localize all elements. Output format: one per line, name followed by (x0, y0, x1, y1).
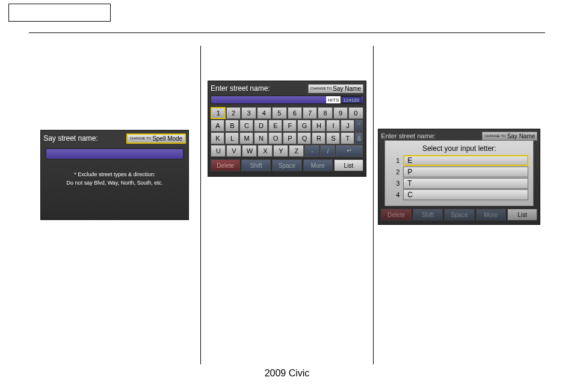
key-n[interactable]: N (254, 132, 268, 144)
horizontal-rule (29, 32, 545, 33)
delete-button[interactable]: Delete (211, 159, 240, 171)
option-row-2: 2 P (390, 167, 528, 177)
opt-num-1: 1 (390, 157, 403, 164)
key-slash[interactable]: / (320, 145, 335, 157)
list-button[interactable]: List (334, 159, 363, 171)
more-button-3[interactable]: More (476, 209, 506, 221)
key-1[interactable]: 1 (211, 107, 225, 119)
key-f[interactable]: F (283, 120, 297, 132)
key-z[interactable]: Z (289, 145, 304, 157)
key-amp[interactable]: & (355, 132, 363, 144)
key-4[interactable]: 4 (257, 107, 271, 119)
s2-input-bar[interactable]: HITS 114120 (211, 96, 363, 104)
key-t[interactable]: T (341, 132, 354, 144)
kb-row-3: K L M N O P Q R S T & (211, 132, 363, 144)
key-c[interactable]: C (239, 120, 253, 132)
key-h[interactable]: H (312, 120, 326, 132)
key-v[interactable]: V (226, 145, 241, 157)
say-name-button-3[interactable]: CHANGE TO Say Name (482, 132, 537, 141)
nav-screenshot-1: Say street name: CHANGE TO Spell Mode * … (40, 130, 189, 220)
opt-num-4: 4 (390, 191, 403, 198)
s3-btn-label: Say Name (507, 133, 535, 139)
nav-screenshot-2: Enter street name: CHANGE TO Say Name HI… (208, 81, 366, 177)
key-l[interactable]: L (225, 132, 239, 144)
opt-num-3: 3 (390, 180, 403, 187)
key-e[interactable]: E (268, 120, 282, 132)
option-row-1: 1 E (390, 155, 528, 166)
key-s[interactable]: S (326, 132, 340, 144)
input-letter-popup: Select your input letter: 1 E 2 P 3 T 4 … (384, 140, 534, 206)
key-8[interactable]: 8 (318, 107, 332, 119)
say-name-button[interactable]: CHANGE TO Say Name (308, 84, 363, 93)
s3-btn-small: CHANGE TO (484, 134, 505, 138)
more-button[interactable]: More (303, 159, 333, 171)
key-j[interactable]: J (341, 120, 354, 132)
s1-header: Say street name: CHANGE TO Spell Mode (41, 130, 188, 146)
kb-row-1: 1 2 3 4 5 6 7 8 9 0 (211, 106, 363, 119)
list-button-3[interactable]: List (507, 209, 537, 221)
s1-btn-label: Spell Mode (152, 135, 182, 142)
key-x[interactable]: X (258, 145, 273, 157)
s1-btn-small: CHANGE TO (130, 136, 151, 140)
key-b[interactable]: B (225, 120, 239, 132)
key-6[interactable]: 6 (288, 107, 302, 119)
key-enter[interactable]: ↵ (336, 145, 363, 157)
s3-title: Enter street name: (381, 132, 436, 139)
key-p[interactable]: P (283, 132, 297, 144)
key-dash[interactable]: - (304, 145, 319, 157)
key-3[interactable]: 3 (241, 107, 256, 119)
hits-indicator: HITS 114120 (326, 96, 362, 103)
opt-num-2: 2 (390, 168, 403, 176)
key-q[interactable]: Q (297, 132, 311, 144)
key-o[interactable]: O (268, 132, 282, 144)
s1-note-line2: Do not say Blvd, Way, North, South, etc. (41, 179, 188, 187)
key-a[interactable]: A (211, 120, 224, 132)
key-quote[interactable]: ' (355, 120, 363, 132)
option-p[interactable]: P (403, 167, 528, 177)
s1-note: * Exclude street types & direction: Do n… (41, 170, 188, 187)
space-button[interactable]: Space (272, 159, 301, 171)
columns: Say street name: CHANGE TO Spell Mode * … (29, 42, 545, 364)
key-g[interactable]: G (297, 120, 311, 132)
key-0[interactable]: 0 (348, 107, 363, 119)
option-e[interactable]: E (403, 155, 528, 166)
s2-btn-small: CHANGE TO (310, 87, 332, 90)
key-k[interactable]: K (211, 132, 224, 144)
key-m[interactable]: M (239, 132, 253, 144)
key-5[interactable]: 5 (272, 107, 286, 119)
popup-title: Select your input letter: (390, 144, 528, 153)
s2-btn-label: Say Name (333, 85, 361, 92)
s3-bottom-row: Delete Shift Space More List (381, 209, 537, 221)
s2-bottom-row: Delete Shift Space More List (211, 159, 363, 171)
option-c[interactable]: C (403, 189, 528, 200)
s2-title: Enter street name: (211, 84, 270, 93)
space-button-3[interactable]: Space (444, 209, 474, 221)
keyboard: 1 2 3 4 5 6 7 8 9 0 A B C D E F (211, 106, 363, 157)
s1-input-bar[interactable] (46, 149, 184, 159)
spell-mode-button[interactable]: CHANGE TO Spell Mode (126, 133, 186, 144)
kb-row-4: U V W X Y Z - / ↵ (211, 144, 363, 157)
shift-button[interactable]: Shift (241, 159, 271, 171)
empty-box (8, 4, 111, 22)
key-d[interactable]: D (254, 120, 268, 132)
shift-button-3[interactable]: Shift (413, 209, 443, 221)
key-9[interactable]: 9 (333, 107, 348, 119)
option-t[interactable]: T (403, 178, 528, 189)
key-7[interactable]: 7 (303, 107, 317, 119)
key-2[interactable]: 2 (226, 107, 241, 119)
column-3: Enter street name: CHANGE TO Say Name Se… (374, 42, 545, 364)
key-w[interactable]: W (242, 145, 257, 157)
option-row-3: 3 T (390, 178, 528, 189)
kb-row-2: A B C D E F G H I J ' (211, 119, 363, 132)
nav-screenshot-3: Enter street name: CHANGE TO Say Name Se… (378, 129, 540, 225)
option-row-4: 4 C (390, 189, 528, 200)
s1-title: Say street name: (43, 134, 98, 142)
s1-note-line1: * Exclude street types & direction: (41, 170, 188, 179)
key-r[interactable]: R (312, 132, 326, 144)
key-i[interactable]: I (326, 120, 340, 132)
key-u[interactable]: U (211, 145, 226, 157)
delete-button-3[interactable]: Delete (381, 209, 411, 221)
column-2: Enter street name: CHANGE TO Say Name HI… (201, 42, 372, 364)
s2-header: Enter street name: CHANGE TO Say Name (208, 81, 366, 96)
key-y[interactable]: Y (273, 145, 288, 157)
